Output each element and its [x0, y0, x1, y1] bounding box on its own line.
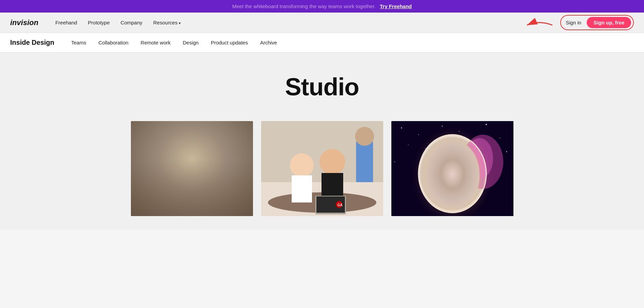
svg-point-24: [425, 148, 426, 149]
svg-line-33: [441, 167, 457, 179]
card-1[interactable]: [131, 121, 253, 216]
svg-rect-12: [356, 141, 373, 182]
svg-point-31: [437, 172, 461, 182]
card-2[interactable]: GA: [261, 121, 383, 216]
svg-point-4: [290, 153, 314, 177]
banner-cta-link[interactable]: Try Freehand: [380, 3, 412, 9]
svg-rect-5: [292, 175, 312, 203]
svg-point-29: [430, 146, 474, 192]
cards-section: GA: [0, 114, 644, 230]
svg-point-23: [394, 161, 395, 162]
inside-design-logo[interactable]: Inside Design: [10, 39, 54, 46]
main-nav: invision Freehand Prototype Company Reso…: [0, 13, 644, 33]
card-2-image: GA: [261, 121, 383, 216]
nav-link-resources[interactable]: Resources: [153, 20, 181, 25]
auth-section: Sign in Sign up, free: [560, 15, 634, 30]
top-banner: Meet the whiteboard transforming the way…: [0, 0, 644, 13]
inside-nav-collaboration[interactable]: Collaboration: [98, 40, 128, 45]
card-3-image: [391, 121, 513, 216]
nav-link-freehand[interactable]: Freehand: [55, 20, 77, 25]
hero-title: Studio: [7, 73, 637, 101]
sign-in-button[interactable]: Sign in: [566, 20, 581, 25]
svg-point-22: [506, 151, 507, 152]
main-nav-links: Freehand Prototype Company Resources: [55, 20, 560, 25]
svg-text:GA: GA: [337, 203, 343, 207]
svg-point-30: [435, 170, 463, 184]
banner-text: Meet the whiteboard transforming the way…: [232, 3, 376, 9]
inside-nav-links: Teams Collaboration Remote work Design P…: [71, 40, 277, 45]
inside-design-nav: Inside Design Teams Collaboration Remote…: [0, 33, 644, 53]
inside-nav-teams[interactable]: Teams: [71, 40, 86, 45]
inside-nav-remote-work[interactable]: Remote work: [141, 40, 171, 45]
svg-point-13: [355, 127, 374, 146]
svg-point-28: [429, 143, 476, 194]
svg-point-15: [401, 128, 402, 129]
sign-up-button[interactable]: Sign up, free: [587, 17, 631, 28]
inside-nav-product-updates[interactable]: Product updates: [211, 40, 248, 45]
svg-point-18: [459, 131, 460, 132]
card-3[interactable]: [391, 121, 513, 216]
svg-point-17: [442, 126, 443, 127]
svg-point-36: [418, 135, 486, 213]
svg-point-16: [418, 134, 419, 135]
svg-point-6: [319, 149, 345, 175]
hero-section: Studio: [0, 53, 644, 114]
svg-point-21: [408, 145, 409, 145]
svg-line-32: [439, 170, 459, 182]
inside-nav-archive[interactable]: Archive: [260, 40, 277, 45]
svg-point-20: [500, 138, 500, 138]
nav-link-company[interactable]: Company: [121, 20, 142, 25]
svg-point-35: [466, 138, 493, 179]
svg-point-19: [486, 124, 487, 125]
card-1-image: [131, 121, 253, 216]
nav-link-prototype[interactable]: Prototype: [88, 20, 110, 25]
inside-nav-design[interactable]: Design: [183, 40, 199, 45]
invision-logo[interactable]: invision: [10, 18, 38, 27]
